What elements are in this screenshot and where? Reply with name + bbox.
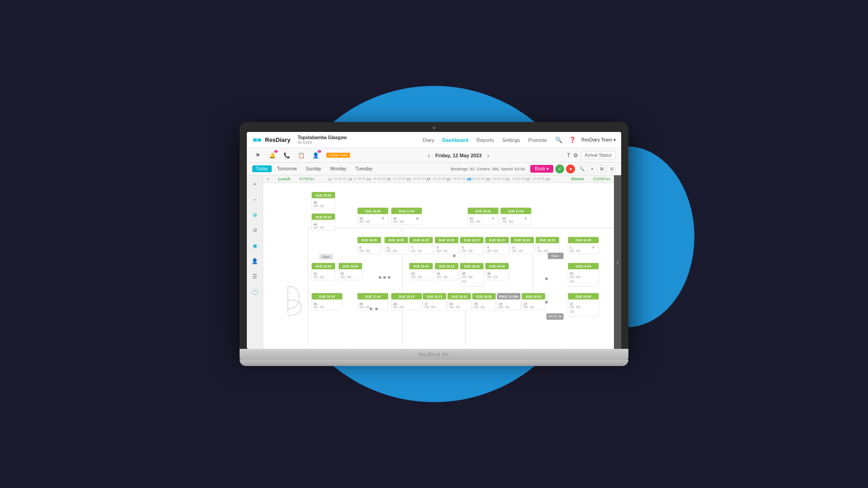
laptop-base: MacBook Air xyxy=(240,349,628,360)
table-42[interactable]: DUE 17:30 42 10 xyxy=(392,208,422,225)
right-collapse-btn[interactable]: › xyxy=(614,175,621,349)
table-45[interactable]: DUE 19:00 45 xyxy=(311,192,335,209)
table-44[interactable]: DUE 19:00 44 xyxy=(311,214,335,231)
font-icon-btn[interactable]: T xyxy=(567,152,570,159)
svg-rect-66 xyxy=(443,249,448,252)
tab-sunday[interactable]: Sunday xyxy=(302,165,325,172)
nav-settings[interactable]: Settings xyxy=(502,137,520,143)
table-20[interactable]: DUE 19:00 20 xyxy=(568,263,599,286)
collapse-all-btn[interactable]: « xyxy=(267,177,269,181)
phone-icon-btn[interactable]: 📞 xyxy=(281,150,292,161)
nav-reports[interactable]: Reports xyxy=(476,137,494,143)
table-5[interactable]: DUE 18:15 5 xyxy=(460,237,484,254)
table-35[interactable]: DUE 18:30 35 xyxy=(460,263,484,286)
table-7[interactable]: DUE 18:45 7 xyxy=(409,237,433,254)
tab-today[interactable]: Today xyxy=(252,165,272,172)
flag-icon-btn[interactable]: ⚑ xyxy=(252,150,263,161)
table-29[interactable]: DUE 17:44 29 xyxy=(358,293,388,310)
table-3[interactable]: DUE 18:00 3 xyxy=(510,237,534,254)
table-25[interactable]: DUE 18:30 25 xyxy=(472,293,496,310)
laptop-frame: ResDiary Topolabamba Glasgow ID 6163 Dia… xyxy=(240,122,628,366)
search-icon-btn[interactable]: 🔍 xyxy=(554,136,563,144)
svg-rect-159 xyxy=(399,306,404,309)
settings-icon-btn[interactable]: ⚙ xyxy=(573,152,578,159)
zoom-in-btn[interactable]: + xyxy=(250,179,260,190)
table-1[interactable]: DUE 18:45 1 4 xyxy=(568,237,599,254)
svg-rect-128 xyxy=(462,280,467,283)
tab-monday[interactable]: Monday xyxy=(327,165,350,172)
table-28[interactable]: DUE 18:15 28 xyxy=(392,293,422,310)
green-action-btn[interactable]: ✓ xyxy=(555,164,564,174)
table-41[interactable]: DUE 18:30 41 4 xyxy=(468,208,499,225)
eye-btn[interactable]: ◉ xyxy=(250,240,260,251)
list-sidebar-btn[interactable]: ☰ xyxy=(250,271,260,282)
zoom-out-btn[interactable]: − xyxy=(250,194,260,205)
table-8[interactable]: DUE 18:00 8 xyxy=(358,237,381,254)
person-icon-btn[interactable]: 👤1 xyxy=(310,150,321,161)
clock-sidebar-btn[interactable]: 🕐 xyxy=(250,286,260,297)
table-24[interactable]: FREE 11:30H 24 xyxy=(497,293,520,310)
table-2[interactable]: DUE 18:15 2 xyxy=(536,237,559,254)
connector-dot-9 xyxy=(545,301,548,304)
svg-rect-95 xyxy=(570,249,575,252)
prev-date-btn[interactable]: ‹ xyxy=(426,152,432,159)
nav-promote[interactable]: Promote xyxy=(528,137,547,143)
tab-tuesday[interactable]: Tuesday xyxy=(352,165,376,172)
nav-dashboard[interactable]: Dashboard xyxy=(443,137,468,143)
table-23[interactable]: DUE 18:30 23 xyxy=(522,293,545,310)
table-6[interactable]: DUE 18:30 6 xyxy=(435,237,458,254)
user-menu-btn[interactable]: ResDiary Team ▾ xyxy=(581,137,616,142)
table-43[interactable]: DUE 18:00 43 5 xyxy=(358,208,388,225)
red-action-btn[interactable]: ● xyxy=(566,164,575,174)
svg-text:20: 20 xyxy=(570,272,574,275)
table-34[interactable]: DUE 18:15 34 xyxy=(435,263,458,280)
table-36[interactable]: DUE 19:00 36 xyxy=(485,263,509,280)
table-21[interactable]: DUE 19:00 21 xyxy=(568,293,599,317)
connector-dot-4 xyxy=(383,276,386,279)
table-4[interactable]: DUE 18:15 4 xyxy=(485,237,509,254)
svg-text:23: 23 xyxy=(524,302,527,305)
svg-rect-189 xyxy=(530,306,534,309)
pan-btn[interactable]: ⊕ xyxy=(250,210,260,221)
table-33[interactable]: DUE 19:00 33 xyxy=(409,263,433,280)
action-buttons: Book ▾ ✓ ● 🔍 ≡ ⊞ ⊟ xyxy=(530,164,616,174)
svg-rect-53 xyxy=(387,249,391,252)
grid-view-btn[interactable]: ⊞ xyxy=(598,165,606,173)
table-30[interactable]: DUE 19:15 30 xyxy=(311,293,342,310)
tab-tomorrow[interactable]: Tomorrow xyxy=(274,165,301,172)
svg-rect-48 xyxy=(366,249,370,252)
svg-rect-54 xyxy=(393,249,397,252)
table-27[interactable]: DUE 18:15 27 xyxy=(423,293,446,310)
list-view-btn[interactable]: ≡ xyxy=(589,165,596,173)
table-11[interactable]: DUE 18:00 11 xyxy=(385,237,408,254)
table-32[interactable]: DUE 19:00 32 xyxy=(339,263,362,280)
table-40[interactable]: DUE 13:00 40 4 xyxy=(500,208,531,225)
svg-rect-26 xyxy=(393,221,398,223)
logo-text: ResDiary xyxy=(265,136,290,143)
table-31[interactable]: DUE 19:45 31 xyxy=(311,263,335,280)
svg-text:21: 21 xyxy=(570,302,574,305)
svg-rect-8 xyxy=(320,205,324,207)
svg-rect-152 xyxy=(359,306,364,309)
next-date-btn[interactable]: › xyxy=(485,152,491,159)
svg-text:2: 2 xyxy=(538,246,539,249)
svg-rect-121 xyxy=(443,276,448,278)
table-view-btn[interactable]: ⊟ xyxy=(608,165,616,173)
table-26[interactable]: DUE 18:15 26 xyxy=(448,293,471,310)
laptop-camera xyxy=(433,127,435,129)
nav-diary[interactable]: Diary xyxy=(423,137,434,143)
help-icon-btn[interactable]: ❓ xyxy=(568,136,577,144)
book-btn[interactable]: Book ▾ xyxy=(530,165,553,173)
svg-rect-146 xyxy=(313,306,318,309)
search-view-btn[interactable]: 🔍 xyxy=(577,165,587,173)
svg-text:4: 4 xyxy=(487,246,489,249)
svg-rect-59 xyxy=(411,249,415,252)
rotate-btn[interactable]: ↺ xyxy=(250,225,260,236)
svg-text:4: 4 xyxy=(492,217,494,220)
svg-rect-27 xyxy=(399,221,404,223)
svg-rect-14 xyxy=(320,226,324,229)
notifications-btn[interactable]: 🔔3 xyxy=(267,150,278,161)
arrival-status-btn[interactable]: Arrival Status xyxy=(581,151,616,159)
person-sidebar-btn[interactable]: 👤 xyxy=(250,256,260,267)
copy-icon-btn[interactable]: 📋 xyxy=(296,150,307,161)
